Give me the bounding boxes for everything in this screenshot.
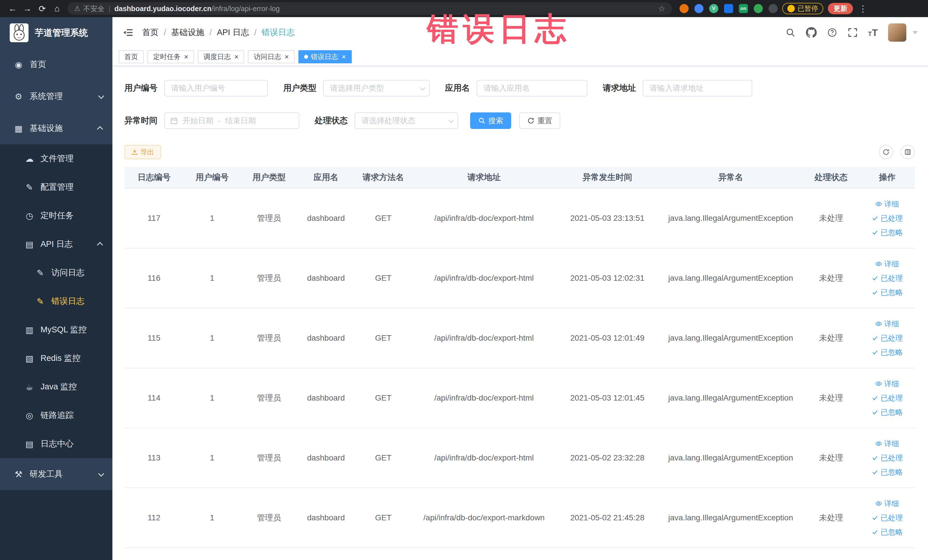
processed-action[interactable]: 已处理 (872, 214, 903, 223)
sidebar-item-api-log[interactable]: ▤API 日志 (0, 230, 112, 258)
tab-close-icon[interactable]: × (284, 53, 289, 61)
breadcrumb-item[interactable]: API 日志 (217, 27, 249, 38)
tab-access-log[interactable]: 访问日志× (248, 50, 295, 63)
sidebar-item-tools[interactable]: ⚒研发工具 (0, 458, 112, 490)
tab-job-log[interactable]: 调度日志× (198, 50, 244, 63)
ignored-action[interactable]: 已忽略 (872, 407, 903, 417)
app-name-input[interactable] (477, 80, 588, 96)
sidebar-item-config[interactable]: ✎配置管理 (0, 173, 112, 201)
refresh-icon[interactable] (879, 145, 893, 159)
sidebar-item-file[interactable]: ☁文件管理 (0, 144, 112, 173)
detail-action[interactable]: 详细 (875, 259, 899, 269)
processed-action[interactable]: 已处理 (872, 333, 903, 343)
help-icon[interactable] (827, 27, 837, 38)
logo-row[interactable]: 芋道管理系统 (0, 17, 112, 49)
menu-item-label: Redis 监控 (41, 352, 103, 364)
forward-icon[interactable]: → (20, 2, 35, 15)
sidebar-item-java[interactable]: ☕Java 监控 (0, 372, 112, 401)
sidebar-item-mysql[interactable]: ▥MySQL 监控 (0, 316, 112, 344)
github-icon[interactable] (806, 27, 817, 38)
detail-action[interactable]: 详细 (875, 499, 899, 509)
detail-action[interactable]: 详细 (875, 319, 899, 329)
cell-time: 2021-05-03 23:13:51 (556, 214, 659, 223)
tab-error-log[interactable]: 错误日志× (298, 50, 352, 63)
sidebar-item-redis[interactable]: ▧Redis 监控 (0, 344, 112, 372)
sidebar-item-access-log[interactable]: ✎访问日志 (0, 258, 112, 287)
security-label: 不安全 (83, 4, 105, 14)
menu-item-label: 链路追踪 (41, 410, 103, 421)
extension-orange-icon[interactable] (679, 4, 688, 13)
sidebar-menu: ◉首页⚙系统管理▦基础设施☁文件管理✎配置管理◷定时任务▤API 日志✎访问日志… (0, 49, 112, 490)
not-secure-icon: ⚠ (74, 5, 81, 12)
cell-app: dashboard (298, 394, 355, 403)
cell-time: 2021-05-03 12:02:31 (556, 273, 659, 283)
extension-leaf-icon[interactable] (754, 4, 763, 13)
user-type-select-input[interactable] (323, 80, 430, 96)
ignored-action[interactable]: 已忽略 (872, 467, 903, 477)
breadcrumb-item[interactable]: 首页 (142, 27, 159, 38)
tab-close-icon[interactable]: × (342, 53, 346, 61)
cell-status: 未处理 (803, 333, 859, 343)
browser-menu-icon[interactable]: ⋮ (857, 4, 869, 14)
detail-action[interactable]: 详细 (875, 199, 899, 209)
row-actions: 详细已处理已忽略 (859, 439, 915, 477)
process-status-select-input[interactable] (355, 112, 458, 129)
table-row: 1141管理员dashboardGET/api/infra/db-doc/exp… (124, 368, 915, 428)
exception-time-range-picker[interactable]: 开始日期 - 结束日期 (164, 112, 299, 129)
ignored-action[interactable]: 已忽略 (872, 527, 903, 537)
ignored-action[interactable]: 已忽略 (872, 227, 903, 238)
sidebar-item-log-center[interactable]: ▤日志中心 (0, 430, 112, 458)
address-bar[interactable]: ⚠ 不安全 | dashboard.yudao.iocoder.cn/infra… (67, 2, 672, 15)
switchyomega-on-icon[interactable]: on (739, 4, 748, 13)
back-icon[interactable]: ← (5, 2, 20, 15)
browser-update-button[interactable]: 更新 (828, 3, 853, 14)
sidebar-item-trace[interactable]: ◎链路追踪 (0, 401, 112, 430)
extension-paw-icon[interactable] (769, 4, 778, 13)
request-url-input[interactable] (643, 80, 752, 96)
ignored-action[interactable]: 已忽略 (872, 288, 903, 298)
home-icon[interactable]: ⌂ (50, 2, 64, 15)
process-status-select[interactable] (355, 112, 458, 129)
search-button[interactable]: 搜索 (470, 112, 511, 129)
detail-action[interactable]: 详细 (875, 379, 899, 389)
extension-grid-icon[interactable] (724, 4, 733, 13)
ignored-action[interactable]: 已忽略 (872, 348, 903, 357)
chevron-down-icon[interactable] (913, 31, 918, 34)
cell-url: /api/infra/db-doc/export-html (412, 394, 556, 403)
sidebar-item-home[interactable]: ◉首页 (0, 49, 112, 81)
bookmark-star-icon[interactable]: ☆ (658, 4, 665, 14)
tab-close-icon[interactable]: × (184, 53, 188, 61)
tab-close-icon[interactable]: × (234, 53, 238, 61)
sidebar-item-system[interactable]: ⚙系统管理 (0, 81, 112, 112)
menu-item-label: MySQL 监控 (41, 324, 103, 336)
cell-exception: java.lang.IllegalArgumentException (659, 453, 803, 462)
user-avatar[interactable] (888, 23, 906, 42)
extension-blue-icon[interactable] (694, 4, 704, 13)
reset-button[interactable]: 重置 (519, 112, 560, 129)
menu-item-label: 访问日志 (51, 267, 103, 278)
user-id-input[interactable] (164, 80, 268, 96)
export-button[interactable]: 导出 (124, 145, 161, 159)
search-icon[interactable] (785, 27, 796, 38)
column-settings-icon[interactable] (901, 145, 915, 159)
tab-home[interactable]: 首页 (119, 50, 144, 63)
processed-action[interactable]: 已处理 (872, 273, 903, 283)
processed-action[interactable]: 已处理 (872, 513, 903, 523)
reload-icon[interactable]: ⟳ (35, 2, 50, 15)
user-type-select[interactable] (323, 80, 430, 96)
processed-action[interactable]: 已处理 (872, 453, 903, 463)
sidebar-item-error-log[interactable]: ✎错误日志 (0, 287, 112, 316)
tab-label: 访问日志 (253, 52, 281, 61)
sidebar-toggle-icon[interactable] (123, 27, 133, 38)
font-size-icon[interactable]: TT (868, 27, 878, 38)
fullscreen-icon[interactable] (847, 27, 858, 38)
detail-action[interactable]: 详细 (875, 439, 899, 449)
processed-action[interactable]: 已处理 (872, 393, 903, 403)
file-manage-icon: ☁ (23, 154, 35, 164)
sidebar-item-job[interactable]: ◷定时任务 (0, 201, 112, 230)
sidebar-item-infra[interactable]: ▦基础设施 (0, 112, 112, 144)
breadcrumb-item[interactable]: 基础设施 (171, 27, 204, 38)
tab-job[interactable]: 定时任务× (148, 50, 194, 63)
profile-paused-badge[interactable]: 已暂停 (782, 3, 823, 14)
vue-devtools-icon[interactable]: V (709, 4, 718, 13)
